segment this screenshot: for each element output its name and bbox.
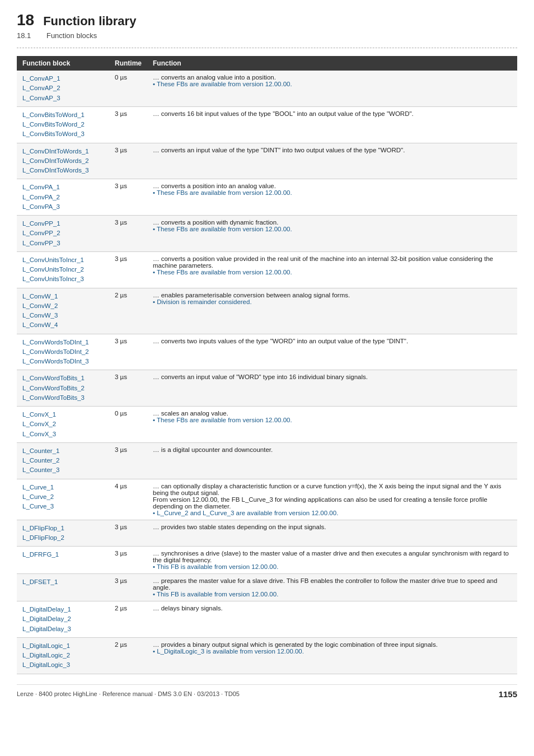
- fb-link[interactable]: L_ConvUnitsToIncr_3: [22, 274, 104, 284]
- fb-runtime-cell: 0 µs: [109, 407, 147, 443]
- fb-link[interactable]: L_ConvAP_2: [22, 83, 104, 93]
- fb-link[interactable]: L_DFSET_1: [22, 577, 104, 587]
- fb-link[interactable]: L_DigitalDelay_1: [22, 605, 104, 614]
- fb-link[interactable]: L_ConvPP_1: [22, 219, 104, 228]
- table-row: L_ConvPP_1L_ConvPP_2L_ConvPP_33 µs… conv…: [17, 216, 517, 252]
- fb-link[interactable]: L_Counter_1: [22, 446, 104, 456]
- fb-link[interactable]: L_DigitalLogic_1: [22, 641, 104, 651]
- col-header-function-block: Function block: [17, 56, 109, 71]
- fb-link[interactable]: L_ConvX_3: [22, 430, 104, 439]
- fb-link[interactable]: L_ConvUnitsToIncr_2: [22, 265, 104, 274]
- fb-link[interactable]: L_Counter_2: [22, 456, 104, 465]
- fb-links-cell: L_DFSET_1: [17, 574, 109, 601]
- fb-links-cell: L_ConvDIntToWords_1L_ConvDIntToWords_2L_…: [17, 143, 109, 179]
- fb-link[interactable]: L_ConvPP_3: [22, 239, 104, 248]
- fb-link[interactable]: L_ConvBitsToWord_2: [22, 120, 104, 129]
- fb-runtime-cell: 3 µs: [109, 251, 147, 288]
- fb-link[interactable]: L_ConvBitsToWord_3: [22, 129, 104, 139]
- fb-link[interactable]: L_ConvAP_3: [22, 94, 104, 103]
- function-block-table: Function block Runtime Function L_ConvAP…: [17, 56, 517, 674]
- fb-links-cell: L_ConvUnitsToIncr_1L_ConvUnitsToIncr_2L_…: [17, 251, 109, 288]
- fb-links-cell: L_DFRFG_1: [17, 547, 109, 574]
- fb-link[interactable]: L_ConvW_3: [22, 311, 104, 320]
- table-row: L_DFSET_13 µs… prepares the master value…: [17, 574, 517, 601]
- fb-link[interactable]: L_DFRFG_1: [22, 550, 104, 559]
- fb-description: … provides two stable states depending o…: [153, 524, 326, 530]
- fb-link[interactable]: L_ConvAP_1: [22, 74, 104, 83]
- fb-note: • This FB is available from version 12.0…: [153, 591, 278, 598]
- fb-link[interactable]: L_ConvPA_2: [22, 193, 104, 202]
- fb-description: … can optionally display a characteristi…: [153, 483, 502, 496]
- fb-links-cell: L_DigitalDelay_1L_DigitalDelay_2L_Digita…: [17, 601, 109, 638]
- fb-link[interactable]: L_ConvPA_1: [22, 183, 104, 192]
- fb-link[interactable]: L_ConvBitsToWord_1: [22, 110, 104, 120]
- fb-link[interactable]: L_ConvWordToBits_3: [22, 393, 104, 403]
- fb-runtime-cell: 3 µs: [109, 547, 147, 574]
- fb-link[interactable]: L_ConvPP_2: [22, 228, 104, 238]
- fb-runtime-cell: 3 µs: [109, 106, 147, 143]
- fb-function-cell: … converts a position into an analog val…: [147, 179, 517, 216]
- fb-runtime-cell: 2 µs: [109, 601, 147, 638]
- fb-link[interactable]: L_ConvUnitsToIncr_1: [22, 255, 104, 265]
- fb-link[interactable]: L_ConvX_1: [22, 410, 104, 419]
- fb-link[interactable]: L_DFlipFlop_1: [22, 524, 104, 533]
- table-row: L_ConvWordsToDInt_1L_ConvWordsToDInt_2L_…: [17, 334, 517, 370]
- fb-link[interactable]: L_ConvWordsToDInt_2: [22, 347, 104, 357]
- table-row: L_Counter_1L_Counter_2L_Counter_33 µs… i…: [17, 442, 517, 479]
- page-header: 18 Function library: [17, 11, 517, 29]
- table-row: L_Curve_1L_Curve_2L_Curve_34 µs… can opt…: [17, 479, 517, 520]
- fb-link[interactable]: L_ConvDIntToWords_2: [22, 156, 104, 166]
- fb-note: • This FB is available from version 12.0…: [153, 563, 278, 570]
- fb-function-cell: … converts 16 bit input values of the ty…: [147, 106, 517, 143]
- fb-function-cell: … scales an analog value.• These FBs are…: [147, 407, 517, 443]
- footer-left: Lenze · 8400 protec HighLine · Reference…: [17, 690, 240, 697]
- fb-link[interactable]: L_DigitalLogic_3: [22, 660, 104, 670]
- fb-description: … converts a position value provided in …: [153, 255, 493, 269]
- fb-note: • Division is remainder considered.: [153, 298, 252, 305]
- fb-link[interactable]: L_ConvWordToBits_2: [22, 384, 104, 393]
- fb-link[interactable]: L_ConvX_2: [22, 419, 104, 429]
- fb-link[interactable]: L_Curve_1: [22, 483, 104, 492]
- fb-function-cell: … is a digital upcounter and downcounter…: [147, 442, 517, 479]
- fb-link[interactable]: L_Counter_3: [22, 465, 104, 475]
- fb-runtime-cell: 3 µs: [109, 334, 147, 370]
- footer-page: 1155: [499, 689, 517, 699]
- fb-link[interactable]: L_DigitalLogic_2: [22, 651, 104, 660]
- fb-function-cell: … provides a binary output signal which …: [147, 637, 517, 674]
- fb-function-cell: … converts two inputs values of the type…: [147, 334, 517, 370]
- fb-runtime-cell: 4 µs: [109, 479, 147, 520]
- fb-note: • These FBs are available from version 1…: [153, 226, 292, 232]
- fb-function-cell: … prepares the master value for a slave …: [147, 574, 517, 601]
- fb-note: • L_Curve_2 and L_Curve_3 are available …: [153, 510, 338, 516]
- fb-link[interactable]: L_DigitalDelay_3: [22, 624, 104, 634]
- chapter-num: 18: [17, 11, 34, 29]
- fb-links-cell: L_ConvPP_1L_ConvPP_2L_ConvPP_3: [17, 216, 109, 252]
- fb-link[interactable]: L_ConvWordsToDInt_1: [22, 338, 104, 347]
- fb-link[interactable]: L_ConvWordsToDInt_3: [22, 357, 104, 366]
- fb-link[interactable]: L_ConvW_2: [22, 301, 104, 311]
- fb-description: … converts a position with dynamic fract…: [153, 219, 278, 226]
- fb-link[interactable]: L_ConvWordToBits_1: [22, 374, 104, 383]
- fb-link[interactable]: L_DFlipFlop_2: [22, 533, 104, 543]
- fb-links-cell: L_Counter_1L_Counter_2L_Counter_3: [17, 442, 109, 479]
- fb-link[interactable]: L_ConvDIntToWords_3: [22, 166, 104, 175]
- fb-link[interactable]: L_ConvDIntToWords_1: [22, 147, 104, 156]
- fb-runtime-cell: 3 µs: [109, 442, 147, 479]
- fb-links-cell: L_ConvAP_1L_ConvAP_2L_ConvAP_3: [17, 71, 109, 106]
- table-row: L_ConvX_1L_ConvX_2L_ConvX_30 µs… scales …: [17, 407, 517, 443]
- table-header-row: Function block Runtime Function: [17, 56, 517, 71]
- fb-link[interactable]: L_Curve_3: [22, 502, 104, 511]
- fb-description: … synchronises a drive (slave) to the ma…: [153, 550, 509, 563]
- fb-runtime-cell: 0 µs: [109, 71, 147, 106]
- fb-link[interactable]: L_Curve_2: [22, 492, 104, 502]
- fb-note: • These FBs are available from version 1…: [153, 417, 292, 423]
- fb-links-cell: L_ConvWordsToDInt_1L_ConvWordsToDInt_2L_…: [17, 334, 109, 370]
- fb-link[interactable]: L_ConvW_4: [22, 320, 104, 330]
- fb-link[interactable]: L_ConvW_1: [22, 292, 104, 301]
- fb-link[interactable]: L_DigitalDelay_2: [22, 614, 104, 624]
- fb-description: … provides a binary output signal which …: [153, 641, 438, 648]
- fb-link[interactable]: L_ConvPA_3: [22, 202, 104, 212]
- table-row: L_ConvAP_1L_ConvAP_2L_ConvAP_30 µs… conv…: [17, 71, 517, 106]
- table-row: L_ConvW_1L_ConvW_2L_ConvW_3L_ConvW_42 µs…: [17, 288, 517, 334]
- fb-description: … converts an analog value into a positi…: [153, 74, 276, 81]
